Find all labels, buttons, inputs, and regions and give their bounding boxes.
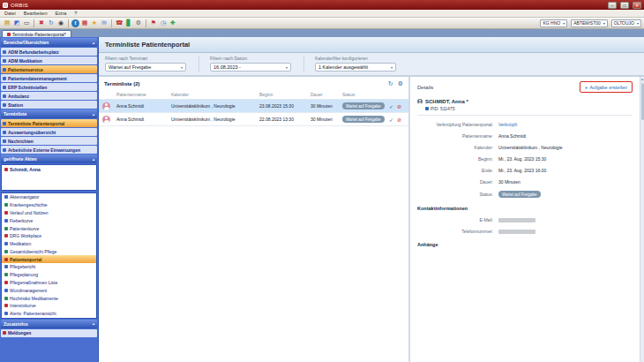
section-header-geoeffnete-akten[interactable]: geöffnete Akten ▴ — [1, 155, 97, 163]
sidebar-item-label: ADM Befundarbeitsplatz — [8, 49, 59, 55]
delete-icon[interactable]: ✖ — [37, 19, 46, 27]
flag-icon[interactable]: ⚑ — [149, 19, 158, 27]
field-dauer: Dauer: 30 Minuten — [417, 179, 633, 185]
menu-extra[interactable]: Extra — [55, 11, 66, 16]
filter-kalender-select[interactable]: 1 Kalender ausgewählt ▾ — [315, 63, 396, 72]
section-header-bereiche[interactable]: Bereiche/Übersichten ▴ — [1, 38, 97, 47]
nav-item-medikation[interactable]: Medikation — [2, 240, 96, 248]
nav-item-pflegeplanung[interactable]: Pflegeplanung — [2, 271, 96, 279]
field-label: E-Mail: — [417, 217, 498, 222]
folder-icon[interactable]: ▤ — [3, 19, 11, 27]
sidebar-item-patientenservice[interactable]: Patientenservice — [1, 65, 97, 73]
sidebar-item-ambulanz[interactable]: Ambulanz — [1, 92, 97, 100]
nav-item-gesamtuebersicht-pflege[interactable]: Gesamtübersicht Pflege — [2, 247, 96, 255]
sidebar-item-auswertungsuebersicht[interactable]: Auswertungsübersicht — [1, 128, 97, 136]
filter-value: 1 Kalender ausgewählt — [318, 64, 368, 70]
sidebar-item-meldungen[interactable]: Meldungen — [1, 329, 97, 337]
filter-datum-select[interactable]: 16.08.2023 - ▾ — [210, 63, 291, 72]
filter-value: 16.08.2023 - — [213, 64, 241, 70]
refresh-icon[interactable]: ↻ — [47, 19, 56, 27]
nav-item-patientenportal[interactable]: Patientenportal — [2, 255, 96, 263]
chart-icon[interactable]: ▊ — [124, 19, 133, 27]
sidebar-item-nachrichten[interactable]: Nachrichten — [1, 137, 97, 145]
sidebar-item-station[interactable]: Station — [1, 101, 97, 109]
refresh-icon[interactable]: ↻ — [388, 80, 393, 87]
nav-item-drg-workplace[interactable]: DRG Workplace — [2, 232, 96, 240]
star-icon[interactable]: ★ — [90, 19, 99, 27]
minimize-button[interactable]: – — [608, 2, 617, 9]
gear-icon[interactable]: ⚙ — [134, 19, 143, 27]
field-label: Verknüpfung Patientenportal: — [417, 122, 498, 127]
scrollbar-thumb[interactable] — [641, 83, 644, 120]
nav-item-label: Pflegemaßnahmen Liste — [10, 280, 57, 285]
field-value-link[interactable]: Verknüpft — [498, 122, 517, 127]
nav-icon — [4, 273, 8, 276]
mail-icon[interactable]: ✉ — [100, 19, 109, 27]
section-header-zusatzinfos[interactable]: Zusatzinfos ▴ — [1, 320, 97, 328]
department-combo[interactable]: ABTEM/ST00 ▾ — [571, 19, 608, 27]
kg-combo[interactable]: KG HNO ▾ — [540, 19, 567, 27]
kg-combo-value: KG HNO — [543, 20, 560, 26]
sidebar-item-erp-schnittstellen[interactable]: ERP Schnittstellen — [1, 83, 97, 91]
filter-terminart-select[interactable]: Wartet auf Freigabe ▾ — [105, 63, 186, 72]
module-icon — [3, 94, 6, 98]
nav-item-alerts-patientenansicht[interactable]: Alerts: Patientenansicht — [2, 310, 96, 318]
nav-item-fieberkurve[interactable]: Fieberkurve — [2, 216, 96, 224]
module-icon — [3, 103, 6, 107]
sidebar-item-adm-medikation[interactable]: ADM Medikation — [1, 57, 97, 64]
nav-item-aktennavigator[interactable]: Aktennavigator — [2, 193, 96, 201]
add-icon[interactable]: ✚ — [168, 19, 177, 27]
nav-item-intensivkurve[interactable]: Intensivkurve — [2, 302, 96, 310]
menu-datei[interactable]: Datei — [4, 11, 16, 16]
sidebar-item-patientendatenmanagement[interactable]: Patientendatenmanagement — [1, 74, 97, 82]
phone-icon[interactable]: ☎ — [115, 19, 124, 27]
settings-gear-icon[interactable]: ⚙ — [398, 80, 403, 87]
menu-help[interactable]: ? — [74, 11, 77, 16]
sidebar-item-arbeitsliste-externe-einweisungen[interactable]: Arbeitsliste Externe Einweisungen — [1, 146, 97, 154]
module-icon — [3, 131, 6, 134]
toolbar-separator — [68, 19, 69, 27]
table-row[interactable]: Anna Schmidt Universitätsklinikum , Neur… — [99, 113, 408, 126]
nav-item-hochrisiko-medikamente[interactable]: Hochrisiko Medikamente — [2, 294, 96, 302]
search-icon[interactable]: ◉ — [56, 19, 65, 27]
approve-icon[interactable]: ✓ — [389, 117, 393, 123]
calendar-icon[interactable]: ▦ — [80, 19, 89, 27]
module-icon — [3, 140, 6, 143]
nav-item-patientenkurve[interactable]: Patientenkurve — [2, 224, 96, 232]
nav-item-verlauf-und-notizen[interactable]: Verlauf und Notizen — [2, 209, 96, 217]
toolbar-separator — [34, 19, 34, 27]
details-scrollbar[interactable]: ▲ — [640, 77, 644, 362]
cell-name: Anna Schmidt — [116, 117, 171, 122]
save-icon[interactable]: ◩ — [12, 19, 21, 27]
sidebar-item-adm-befundarbeitsplatz[interactable]: ADM Befundarbeitsplatz — [1, 48, 97, 56]
field-label: Kalender: — [417, 145, 498, 150]
scroll-up-icon[interactable]: ▲ — [640, 78, 644, 81]
open-record-schmidt-anna[interactable]: Schmidt, Anna — [2, 165, 96, 174]
nav-item-pflegemassnahmen-liste[interactable]: Pflegemaßnahmen Liste — [2, 279, 96, 287]
maximize-button[interactable]: □ — [620, 2, 629, 9]
table-row[interactable]: Anna Schmidt Universitätsklinikum , Neur… — [99, 100, 408, 113]
menu-bearbeiten[interactable]: Bearbeiten — [24, 11, 48, 16]
create-task-button[interactable]: + Aufgabe erstellen — [580, 81, 633, 93]
user-combo[interactable]: OLTOUJO ▾ — [611, 19, 641, 27]
nav-icon — [4, 281, 8, 284]
reject-icon[interactable]: ⊘ — [397, 117, 401, 123]
section-header-terminliste[interactable]: Terminliste ▴ — [1, 109, 97, 118]
nav-icon — [4, 195, 8, 199]
clock-icon[interactable]: ◷ — [159, 19, 168, 27]
sidebar-item-label: Patientendatenmanagement — [8, 76, 67, 81]
tab-terminliste-patientenportal[interactable]: Terminliste Patientenportal* — [2, 30, 71, 37]
reject-icon[interactable]: ⊘ — [397, 103, 401, 109]
close-button[interactable]: ✕ — [633, 2, 641, 9]
nav-item-krankengeschichte[interactable]: Krankengeschichte — [2, 201, 96, 209]
nav-item-wundmanagement[interactable]: Wundmanagement — [2, 286, 96, 294]
sidebar-item-terminliste-patientenportal[interactable]: Terminliste Patientenportal — [1, 119, 97, 127]
sidebar-filler — [1, 337, 97, 362]
col-patientenname: Patientenname — [116, 92, 171, 97]
info-icon[interactable]: f — [71, 19, 79, 27]
field-patientenname: Patientenname: Anna Schmidt — [417, 133, 633, 139]
sidebar-item-label: ADM Medikation — [8, 58, 42, 64]
approve-icon[interactable]: ✓ — [389, 103, 393, 109]
print-icon[interactable]: ▭ — [22, 19, 31, 27]
nav-item-pflegebericht[interactable]: Pflegebericht — [2, 263, 96, 271]
